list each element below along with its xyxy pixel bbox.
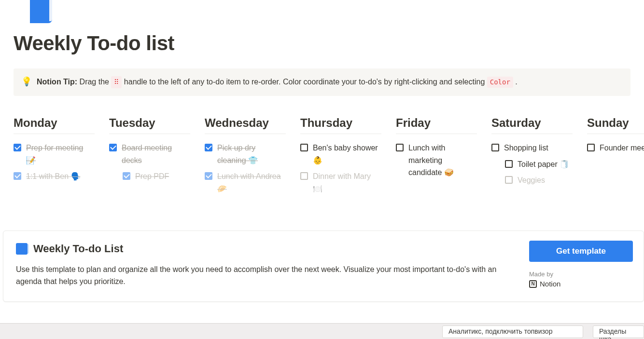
checkbox[interactable] bbox=[300, 172, 308, 180]
day-heading: Tuesday bbox=[109, 116, 190, 134]
todo-item[interactable]: Ben's baby shower 👶 bbox=[300, 142, 381, 166]
day-column: SaturdayShopping listToilet paper 🧻Veggi… bbox=[491, 116, 573, 199]
taskbar-item[interactable]: Разделы шка bbox=[593, 325, 644, 338]
checkbox[interactable] bbox=[300, 144, 308, 151]
todo-label: Toilet paper 🧻 bbox=[518, 158, 569, 171]
day-heading: Friday bbox=[396, 116, 477, 134]
checkbox[interactable] bbox=[123, 172, 130, 180]
tip-text-c: . bbox=[513, 78, 518, 86]
week-columns: MondayPrep for meeting 📝1:1 with Ben 🗣️T… bbox=[14, 116, 630, 199]
day-column: FridayLunch with marketing candidate 🥪 bbox=[396, 116, 477, 199]
todo-label: Pick up dry cleaning 👕 bbox=[217, 142, 286, 166]
color-code: Color bbox=[487, 77, 513, 88]
brand-name: Notion bbox=[540, 280, 560, 288]
tip-prefix: Notion Tip: bbox=[37, 78, 77, 86]
checkbox[interactable] bbox=[14, 144, 21, 151]
tip-callout: 💡 Notion Tip: Drag the ⠿ handle to the l… bbox=[14, 68, 630, 96]
template-description: Use this template to plan and organize a… bbox=[16, 264, 499, 288]
template-footer: Weekly To-do List Use this template to p… bbox=[3, 231, 644, 302]
todo-label: Lunch with Andrea 🥟 bbox=[217, 170, 286, 195]
day-column: TuesdayBoard meeting decksPrep PDF bbox=[109, 116, 190, 199]
day-column: WednesdayPick up dry cleaning 👕Lunch wit… bbox=[205, 116, 286, 199]
day-heading: Wednesday bbox=[205, 116, 286, 134]
checkbox[interactable] bbox=[205, 144, 212, 151]
day-column: ThursdayBen's baby shower 👶Dinner with M… bbox=[300, 116, 381, 199]
todo-item[interactable]: Board meeting decks bbox=[109, 142, 190, 166]
todo-item[interactable]: Shopping list bbox=[491, 142, 573, 154]
checkbox[interactable] bbox=[396, 144, 404, 151]
tip-text-b: handle to the left of any to-do item to … bbox=[122, 78, 487, 86]
checkbox[interactable] bbox=[14, 172, 21, 180]
checkbox[interactable] bbox=[505, 160, 513, 168]
todo-label: Prep for meeting 📝 bbox=[26, 142, 95, 166]
todo-item[interactable]: Dinner with Mary 🍽️ bbox=[300, 170, 381, 195]
checkbox[interactable] bbox=[505, 176, 513, 184]
todo-item[interactable]: Pick up dry cleaning 👕 bbox=[205, 142, 286, 166]
notebook-icon bbox=[14, 0, 51, 23]
taskbar-item[interactable]: Аналитикс, подключить топвизор bbox=[442, 325, 583, 338]
made-by-label: Made by bbox=[529, 271, 633, 278]
todo-item[interactable]: Toilet paper 🧻 bbox=[505, 158, 573, 171]
todo-item[interactable]: Veggies bbox=[505, 174, 573, 187]
bulb-icon: 💡 bbox=[21, 76, 32, 87]
day-heading: Monday bbox=[14, 116, 95, 134]
get-template-button[interactable]: Get template bbox=[529, 241, 633, 262]
template-title: Weekly To-do List bbox=[33, 243, 123, 255]
day-column: SundayFounder meetup bbox=[587, 116, 644, 199]
day-heading: Sunday bbox=[587, 116, 644, 134]
todo-label: Founder meetup bbox=[600, 142, 644, 154]
todo-label: Veggies bbox=[518, 174, 545, 187]
checkbox[interactable] bbox=[205, 172, 212, 180]
todo-label: Shopping list bbox=[504, 142, 548, 154]
todo-item[interactable]: Founder meetup bbox=[587, 142, 644, 154]
bottom-taskbar: Аналитикс, подключить топвизор Разделы ш… bbox=[0, 323, 644, 339]
todo-label: Board meeting decks bbox=[122, 142, 190, 166]
todo-item[interactable]: 1:1 with Ben 🗣️ bbox=[14, 170, 95, 183]
checkbox[interactable] bbox=[109, 144, 117, 151]
todo-item[interactable]: Lunch with marketing candidate 🥪 bbox=[396, 142, 477, 179]
tip-text-a: Drag the bbox=[77, 78, 111, 86]
drag-handle-badge: ⠿ bbox=[111, 76, 122, 88]
checkbox[interactable] bbox=[491, 144, 499, 151]
notebook-icon bbox=[16, 243, 28, 255]
todo-item[interactable]: Prep for meeting 📝 bbox=[14, 142, 95, 166]
made-by-brand[interactable]: N Notion bbox=[529, 280, 633, 288]
todo-item[interactable]: Prep PDF bbox=[123, 170, 190, 183]
day-heading: Thursday bbox=[300, 116, 381, 134]
notion-logo-icon: N bbox=[529, 280, 537, 288]
todo-item[interactable]: Lunch with Andrea 🥟 bbox=[205, 170, 286, 195]
todo-label: 1:1 with Ben 🗣️ bbox=[26, 170, 81, 183]
todo-label: Prep PDF bbox=[135, 170, 169, 183]
todo-label: Dinner with Mary 🍽️ bbox=[313, 170, 381, 195]
todo-label: Lunch with marketing candidate 🥪 bbox=[408, 142, 477, 179]
page-title: Weekly To-do list bbox=[14, 32, 630, 55]
todo-label: Ben's baby shower 👶 bbox=[313, 142, 381, 166]
checkbox[interactable] bbox=[587, 144, 595, 151]
day-heading: Saturday bbox=[491, 116, 573, 134]
day-column: MondayPrep for meeting 📝1:1 with Ben 🗣️ bbox=[14, 116, 95, 199]
